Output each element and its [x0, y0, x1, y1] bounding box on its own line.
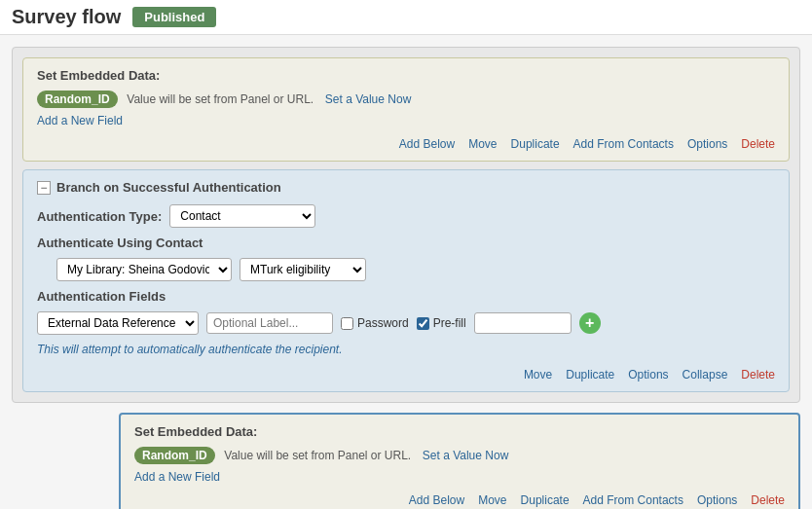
- inner-set-value-link[interactable]: Set a Value Now: [423, 449, 509, 462]
- outer-duplicate-link[interactable]: Duplicate: [511, 137, 560, 151]
- auto-auth-note: This will attempt to automatically authe…: [37, 343, 775, 356]
- inner-random-id-badge: Random_ID: [134, 447, 215, 464]
- outer-options-link[interactable]: Options: [687, 137, 727, 151]
- random-id-input[interactable]: Random_ID: [474, 312, 572, 334]
- outer-random-id-badge: Random_ID: [37, 91, 118, 108]
- data-ref-select[interactable]: External Data Reference: [37, 311, 199, 335]
- password-checkbox[interactable]: [341, 317, 353, 330]
- outer-add-below-link[interactable]: Add Below: [399, 137, 455, 151]
- auth-type-row: Authentication Type: Contact Panel SSO: [37, 204, 775, 228]
- branch-action-bar: Move Duplicate Options Collapse Delete: [37, 364, 775, 382]
- outer-value-text: Value will be set from Panel or URL.: [127, 92, 314, 106]
- auth-fields-label: Authentication Fields: [37, 289, 775, 304]
- outer-set-value-link[interactable]: Set a Value Now: [325, 92, 412, 106]
- prefill-label: Pre-fill: [433, 316, 466, 330]
- password-checkbox-group: Password: [341, 316, 409, 330]
- inner-embedded-title: Set Embedded Data:: [134, 424, 785, 439]
- inner-options-link[interactable]: Options: [697, 493, 737, 507]
- outer-embedded-title: Set Embedded Data:: [37, 68, 775, 83]
- library-select[interactable]: My Library: Sheina Godovich: [56, 258, 232, 281]
- library-row: My Library: Sheina Godovich MTurk eligib…: [56, 258, 775, 281]
- inner-add-from-contacts-link[interactable]: Add From Contacts: [583, 493, 683, 507]
- outer-action-bar: Add Below Move Duplicate Add From Contac…: [37, 133, 775, 151]
- auth-type-select[interactable]: Contact Panel SSO: [169, 204, 315, 228]
- authenticate-row: Authenticate Using Contact: [37, 236, 775, 250]
- optional-label-input[interactable]: [206, 312, 333, 334]
- outer-embedded-wrapper: Set Embedded Data: Random_ID Value will …: [12, 47, 800, 403]
- authenticate-label: Authenticate Using Contact: [37, 236, 203, 250]
- branch-header: − Branch on Successful Authentication: [37, 180, 775, 195]
- inner-move-link[interactable]: Move: [478, 493, 506, 507]
- branch-block: − Branch on Successful Authentication Au…: [22, 169, 790, 392]
- page-header: Survey flow Published: [0, 0, 812, 35]
- outer-add-field-link[interactable]: Add a New Field: [37, 114, 775, 127]
- outer-delete-link[interactable]: Delete: [741, 137, 775, 151]
- branch-delete-link[interactable]: Delete: [741, 368, 775, 382]
- inner-add-field-link[interactable]: Add a New Field: [134, 470, 785, 484]
- auth-type-label: Authentication Type:: [37, 209, 162, 224]
- inner-embedded-data-block: Set Embedded Data: Random_ID Value will …: [119, 413, 800, 509]
- inner-action-bar: Add Below Move Duplicate Add From Contac…: [134, 490, 785, 507]
- inner-add-below-link[interactable]: Add Below: [409, 493, 464, 507]
- outer-move-link[interactable]: Move: [468, 137, 497, 151]
- branch-options-link[interactable]: Options: [628, 368, 668, 382]
- inner-delete-link[interactable]: Delete: [751, 493, 785, 507]
- auth-fields-row: External Data Reference Password Pre-fil…: [37, 311, 775, 335]
- outer-embedded-row: Random_ID Value will be set from Panel o…: [37, 91, 775, 108]
- outer-embedded-data-block: Set Embedded Data: Random_ID Value will …: [22, 57, 790, 162]
- inner-duplicate-link[interactable]: Duplicate: [521, 493, 570, 507]
- branch-title: Branch on Successful Authentication: [56, 180, 281, 195]
- branch-move-link[interactable]: Move: [524, 368, 552, 382]
- published-badge: Published: [132, 7, 216, 27]
- prefill-checkbox-group: Pre-fill: [417, 316, 466, 330]
- collapse-button[interactable]: −: [37, 181, 51, 195]
- branch-duplicate-link[interactable]: Duplicate: [566, 368, 614, 382]
- inner-embedded-row: Random_ID Value will be set from Panel o…: [134, 447, 785, 464]
- branch-collapse-link[interactable]: Collapse: [683, 368, 728, 382]
- inner-value-text: Value will be set from Panel or URL.: [224, 449, 411, 462]
- password-label: Password: [357, 316, 409, 330]
- mturk-select[interactable]: MTurk eligibility: [240, 258, 366, 281]
- main-content: Set Embedded Data: Random_ID Value will …: [0, 35, 812, 509]
- prefill-checkbox[interactable]: [417, 317, 429, 330]
- outer-add-from-contacts-link[interactable]: Add From Contacts: [573, 137, 674, 151]
- page-title: Survey flow: [12, 6, 121, 28]
- auth-fields-section: Authentication Fields External Data Refe…: [37, 289, 775, 335]
- add-circle-button[interactable]: +: [579, 312, 601, 334]
- inner-section: Set Embedded Data: Random_ID Value will …: [119, 413, 800, 509]
